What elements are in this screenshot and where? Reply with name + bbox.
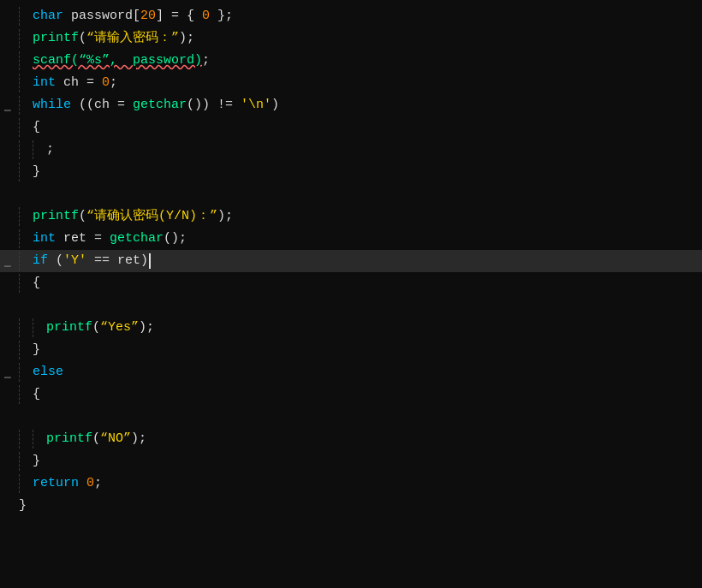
token-c-plain: };: [210, 7, 233, 26]
fold-icon[interactable]: ⎯: [4, 99, 11, 112]
token-c-plain: == ret): [86, 252, 148, 270]
token-c-plain: ] = {: [156, 7, 202, 26]
code-line: [0, 294, 702, 317]
token-c-plain: [79, 474, 86, 493]
token-c-plain: }: [33, 341, 40, 359]
token-c-char: '\n': [241, 96, 271, 115]
code-line: int ch = 0;: [0, 72, 702, 94]
fold-gutter: [0, 5, 15, 27]
fold-gutter: [0, 383, 15, 406]
fold-icon[interactable]: ⎯: [4, 366, 11, 379]
indent-guide: [19, 341, 33, 359]
indent-guide: [19, 96, 33, 115]
line-content: if ('Y' == ret): [15, 250, 158, 272]
line-content: printf(“NO”);: [15, 428, 153, 450]
token-c-plain: (: [48, 252, 63, 270]
code-line: int ret = getchar();: [0, 228, 702, 250]
indent-guide: [19, 229, 33, 248]
fold-gutter: [0, 228, 15, 250]
token-c-plain: );: [131, 430, 146, 448]
code-line: }: [0, 161, 702, 183]
indent-guide: [19, 452, 33, 471]
code-line: [0, 406, 702, 428]
indent-guide: [19, 29, 33, 48]
fold-gutter: ⎯: [0, 250, 15, 272]
line-content: char password[20] = { 0 };: [15, 5, 240, 27]
indent-guide: [19, 163, 33, 181]
token-c-plain: ;: [202, 51, 210, 70]
code-line: printf(“Yes”);: [0, 317, 702, 339]
token-c-func: printf: [46, 318, 92, 337]
fold-gutter: [0, 339, 15, 361]
token-c-plain: }: [33, 163, 40, 181]
token-c-plain: (: [92, 430, 100, 448]
code-line: }: [0, 495, 702, 517]
line-content: while ((ch = getchar()) != '\n'): [15, 94, 286, 116]
token-c-string: “Yes”: [100, 318, 139, 337]
code-line: printf(“NO”);: [0, 428, 702, 450]
line-content: int ret = getchar();: [15, 228, 193, 250]
fold-gutter: [0, 450, 15, 472]
token-c-keyword: if: [33, 252, 48, 270]
token-c-plain: ): [271, 96, 279, 115]
token-c-plain: (: [79, 29, 86, 48]
token-c-func: getchar: [110, 229, 164, 248]
indent-guide: [33, 140, 46, 159]
token-c-plain: }: [33, 452, 40, 471]
line-content: int ch = 0;: [15, 72, 124, 94]
fold-gutter: [0, 27, 15, 50]
token-c-plain: );: [139, 318, 154, 337]
token-c-squiggle: scanf(“%s”, password): [33, 51, 202, 70]
line-content: printf(“请确认密码(Y/N)：”);: [15, 205, 240, 228]
indent-guide: [19, 274, 33, 293]
line-content: }: [15, 495, 33, 517]
fold-gutter: [0, 161, 15, 183]
code-lines: char password[20] = { 0 };printf(“请输入密码：…: [0, 0, 702, 522]
token-c-plain: ret =: [56, 229, 110, 248]
fold-gutter: [0, 472, 15, 495]
token-c-char: 'Y': [63, 252, 86, 270]
indent-guide: [19, 252, 33, 270]
text-cursor: [149, 253, 151, 269]
code-line: printf(“请确认密码(Y/N)：”);: [0, 205, 702, 228]
fold-gutter: ⎯: [0, 94, 15, 116]
indent-guide: [33, 318, 46, 337]
line-content: else: [15, 361, 70, 383]
fold-gutter: [0, 272, 15, 294]
fold-gutter: [0, 205, 15, 228]
line-content: {: [15, 383, 47, 406]
line-content: }: [15, 450, 47, 472]
token-c-plain: password[: [63, 7, 140, 26]
line-content: [15, 406, 26, 428]
fold-gutter: [0, 72, 15, 94]
code-editor: char password[20] = { 0 };printf(“请输入密码：…: [0, 0, 702, 588]
token-c-func: printf: [46, 430, 92, 448]
code-line: printf(“请输入密码：”);: [0, 27, 702, 50]
line-content: }: [15, 161, 47, 183]
code-line: ;: [0, 139, 702, 161]
code-line: ⎯if ('Y' == ret): [0, 250, 702, 272]
indent-guide: [19, 74, 33, 92]
line-content: printf(“Yes”);: [15, 317, 161, 339]
line-content: {: [15, 116, 47, 139]
indent-guide: [19, 207, 33, 226]
code-line: }: [0, 450, 702, 472]
token-c-func: getchar: [133, 96, 187, 115]
code-line: scanf(“%s”, password);: [0, 50, 702, 72]
token-c-string: “请确认密码(Y/N)：”: [86, 207, 217, 226]
line-content: ;: [15, 139, 61, 161]
token-c-plain: {: [33, 385, 40, 404]
token-c-plain: {: [33, 274, 40, 293]
token-c-type: char: [33, 7, 63, 26]
token-c-number: 0: [102, 74, 110, 92]
fold-gutter: [0, 116, 15, 139]
token-c-func: printf: [33, 207, 79, 226]
fold-icon[interactable]: ⎯: [4, 255, 11, 268]
fold-gutter: [0, 50, 15, 72]
token-c-plain: );: [179, 29, 194, 48]
indent-guide: [19, 363, 33, 382]
token-c-plain: );: [217, 207, 233, 226]
indent-guide: [19, 140, 33, 159]
code-line: ⎯while ((ch = getchar()) != '\n'): [0, 94, 702, 116]
code-line: {: [0, 272, 702, 294]
